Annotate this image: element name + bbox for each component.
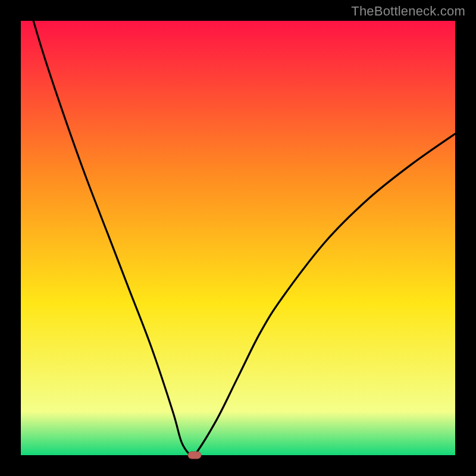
plot-background (21, 21, 455, 455)
bottleneck-plot (0, 0, 476, 476)
watermark-text: TheBottleneck.com (351, 4, 465, 19)
optimal-point-marker (188, 452, 201, 459)
